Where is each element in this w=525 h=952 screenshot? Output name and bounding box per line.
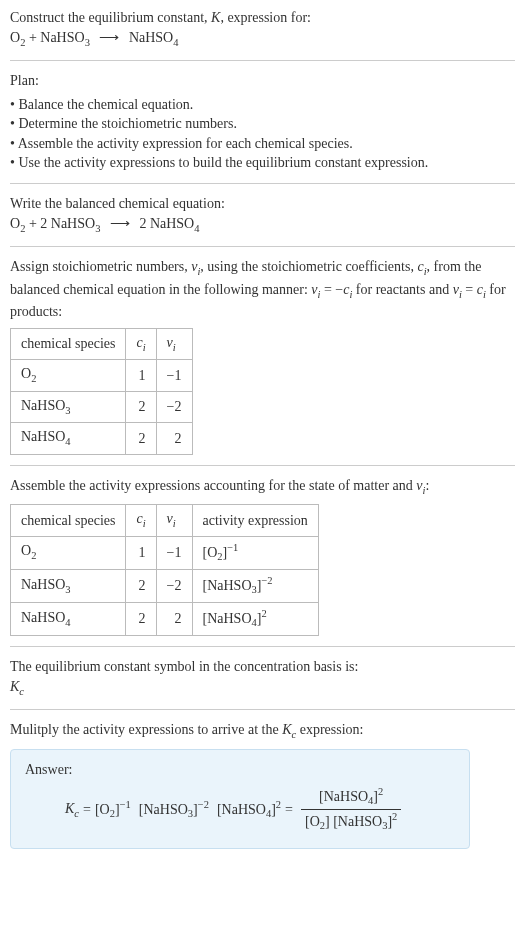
ax-a: [NaHSO (203, 577, 252, 592)
multiply-block: Mulitply the activity expressions to arr… (10, 720, 515, 742)
act-text: Assemble the activity expressions accoun… (10, 478, 416, 493)
cell-vi: −1 (156, 536, 192, 569)
plan-item: Assemble the activity expression for eac… (10, 134, 515, 154)
answer-fraction: [NaHSO4]2 [O2] [NaHSO3]2 (301, 785, 401, 834)
cell-vi: −2 (156, 391, 192, 422)
kc-k: K (65, 801, 74, 816)
balanced-block: Write the balanced chemical equation: O2… (10, 194, 515, 236)
bal-r2-sub: 3 (95, 222, 100, 233)
kc-sub: c (74, 807, 79, 818)
d1-a: [O (305, 814, 320, 829)
col-ci: ci (126, 505, 156, 536)
divider (10, 646, 515, 647)
ax-a: [NaHSO (203, 611, 252, 626)
table-row: NaHSO4 2 2 [NaHSO4]2 (11, 602, 319, 635)
bal-reactant-2: NaHSO3 (51, 216, 101, 231)
kc-sub: c (19, 685, 24, 696)
reactant-2-base: NaHSO (40, 30, 84, 45)
table-row: O2 1 −1 (11, 360, 193, 391)
activity-block: Assemble the activity expressions accoun… (10, 476, 515, 636)
plan-item: Determine the stoichiometric numbers. (10, 114, 515, 134)
d1-c: ] (325, 814, 333, 829)
reaction-arrow-icon: ⟶ (104, 216, 136, 231)
cell-activity: [NaHSO3]−2 (192, 569, 318, 602)
reaction-arrow-icon: ⟶ (93, 30, 125, 45)
t-exp: −1 (120, 799, 131, 810)
ax-exp: −1 (227, 542, 238, 553)
cell-species: NaHSO4 (11, 602, 126, 635)
equals-sign: = (83, 800, 91, 820)
cell-species: NaHSO3 (11, 391, 126, 422)
answer-box: Answer: Kc = [O2]−1 [NaHSO3]−2 [NaHSO4]2… (10, 749, 470, 850)
ax-exp: 2 (261, 608, 266, 619)
sp-base: NaHSO (21, 577, 65, 592)
t-a: [NaHSO (139, 801, 188, 816)
plan-list: Balance the chemical equation. Determine… (10, 95, 515, 173)
equals-sign: = (285, 800, 293, 820)
plan-block: Plan: Balance the chemical equation. Det… (10, 71, 515, 173)
plan-title: Plan: (10, 71, 515, 91)
sp-sub: 2 (31, 550, 36, 561)
plan-item: Balance the chemical equation. (10, 95, 515, 115)
col-activity: activity expression (192, 505, 318, 536)
symbol-block: The equilibrium constant symbol in the c… (10, 657, 515, 699)
stoich-table: chemical species ci νi O2 1 −1 NaHSO3 2 … (10, 328, 193, 455)
cell-ci: 1 (126, 360, 156, 391)
mult-text: expression: (296, 722, 363, 737)
product-1-sub: 4 (173, 36, 178, 47)
ax-exp: −2 (261, 575, 272, 586)
sp-base: O (21, 366, 31, 381)
sp-base: NaHSO (21, 429, 65, 444)
t-a: [O (95, 801, 110, 816)
table-header-row: chemical species ci νi (11, 328, 193, 359)
sp-base: O (21, 543, 31, 558)
term-nahso4: [NaHSO4]2 (217, 798, 281, 822)
reactant-1-base: O (10, 30, 20, 45)
sp-sub: 4 (65, 617, 70, 628)
activity-table: chemical species ci νi activity expressi… (10, 504, 319, 636)
plus-sign: + (25, 30, 40, 45)
term-o2: [O2]−1 (95, 798, 131, 822)
bal-r2-base: NaHSO (51, 216, 95, 231)
cell-ci: 1 (126, 536, 156, 569)
prompt-K: K (211, 10, 220, 25)
fraction-denominator: [O2] [NaHSO3]2 (301, 809, 401, 834)
sp-sub: 3 (65, 404, 70, 415)
cell-ci: 2 (126, 391, 156, 422)
bal-prod-coef: 2 (136, 216, 150, 231)
cell-activity: [NaHSO4]2 (192, 602, 318, 635)
t-exp: −2 (198, 799, 209, 810)
reactant-2-sub: 3 (85, 36, 90, 47)
symbol-line1: The equilibrium constant symbol in the c… (10, 657, 515, 677)
cell-ci: 2 (126, 602, 156, 635)
vi-sub: i (173, 341, 176, 352)
term-nahso3: [NaHSO3]−2 (139, 798, 209, 822)
prompt-block: Construct the equilibrium constant, K, e… (10, 8, 515, 50)
sp-base: NaHSO (21, 398, 65, 413)
act-text: : (425, 478, 429, 493)
divider (10, 60, 515, 61)
prompt-line1: Construct the equilibrium constant, K, e… (10, 8, 515, 28)
cell-vi: 2 (156, 423, 192, 454)
answer-equation: Kc = [O2]−1 [NaHSO3]−2 [NaHSO4]2 = [NaHS… (25, 785, 455, 834)
cell-species: O2 (11, 536, 126, 569)
cell-species: NaHSO4 (11, 423, 126, 454)
sp-base: NaHSO (21, 610, 65, 625)
stoich-text: Assign stoichiometric numbers, (10, 259, 191, 274)
cell-vi: 2 (156, 602, 192, 635)
divider (10, 183, 515, 184)
cell-ci: 2 (126, 569, 156, 602)
answer-label: Answer: (25, 760, 455, 780)
cell-activity: [O2]−1 (192, 536, 318, 569)
bal-p1-sub: 4 (194, 222, 199, 233)
stoich-intro: Assign stoichiometric numbers, νi, using… (10, 257, 515, 322)
balanced-equation: O2 + 2 NaHSO3 ⟶ 2 NaHSO4 (10, 214, 515, 236)
reactant-2: NaHSO3 (40, 30, 90, 45)
reactant-1: O2 (10, 30, 25, 45)
balanced-title: Write the balanced chemical equation: (10, 194, 515, 214)
cell-vi: −2 (156, 569, 192, 602)
fraction-numerator: [NaHSO4]2 (315, 785, 387, 809)
sp-sub: 4 (65, 436, 70, 447)
t-exp: 2 (276, 799, 281, 810)
answer-kc: Kc (65, 799, 79, 821)
